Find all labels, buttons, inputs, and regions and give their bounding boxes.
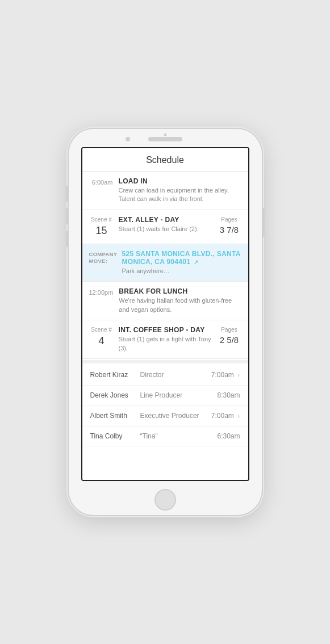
pages-label-15: Pages (221, 216, 237, 223)
title-load-in: LOAD IN (119, 177, 241, 185)
side-button-bottom (66, 231, 68, 247)
crew-name-3: Tina Colby (90, 432, 140, 440)
home-button[interactable] (154, 489, 176, 511)
side-button-mid (66, 208, 68, 224)
title-scene-15: EXT. ALLEY - DAY (119, 216, 218, 224)
crew-time-1: 8:30am (212, 391, 240, 399)
scene-col-4: Scene # 4 (89, 326, 119, 348)
crew-name-0: Robert Kiraz (90, 371, 140, 379)
scene-number-4: 4 (89, 334, 114, 348)
screen-title: Schedule (82, 148, 248, 172)
chevron-icon-2: › (237, 411, 240, 420)
pages-col-15: Pages 3 7/8 (218, 216, 241, 236)
phone-frame: Schedule 6:00am LOAD IN Crew can load in… (69, 129, 262, 515)
phone-dot (164, 133, 166, 136)
title-lunch: BREAK FOR LUNCH (119, 287, 241, 295)
desc-scene-15: Stuart (1) waits for Claire (2). (119, 225, 218, 233)
phone-screen: Schedule 6:00am LOAD IN Crew can load in… (81, 147, 249, 481)
content-company-move: 525 SANTA MONICA BLVD., SANTA MONICA, CA… (122, 250, 241, 275)
content-load-in: LOAD IN Crew can load in equipment in th… (119, 177, 241, 204)
title-company-move[interactable]: 525 SANTA MONICA BLVD., SANTA MONICA, CA… (122, 250, 241, 266)
pages-value-15: 3 7/8 (218, 224, 241, 236)
crew-role-1: Line Producer (140, 391, 212, 399)
crew-row-2[interactable]: Albert Smith Executive Producer 7:00am › (82, 405, 248, 426)
content-scene-4: INT. COFFEE SHOP - DAY Stuart (1) gets i… (119, 326, 218, 353)
crew-row-1: Derek Jones Line Producer 8:30am (82, 386, 248, 405)
schedule-row-company-move: COMPANYMOVE: 525 SANTA MONICA BLVD., SAN… (82, 244, 248, 282)
crew-role-3: “Tina” (140, 432, 212, 440)
crew-divider (82, 360, 248, 363)
schedule-list: 6:00am LOAD IN Crew can load in equipmen… (82, 172, 248, 480)
company-move-label: COMPANYMOVE: (89, 250, 122, 265)
time-lunch: 12:00pm (89, 287, 119, 297)
pages-col-4: Pages 2 5/8 (218, 326, 241, 346)
crew-time-2: 7:00am (206, 412, 234, 420)
schedule-row-scene-4: Scene # 4 INT. COFFEE SHOP - DAY Stuart … (82, 320, 248, 359)
title-scene-4: INT. COFFEE SHOP - DAY (119, 326, 218, 334)
schedule-row-scene-15: Scene # 15 EXT. ALLEY - DAY Stuart (1) w… (82, 210, 248, 244)
desc-company-move: Park anywhere… (122, 267, 241, 275)
crew-row-0[interactable]: Robert Kiraz Director 7:00am › (82, 365, 248, 386)
desc-load-in: Crew can load in equipment in the alley.… (119, 186, 241, 204)
pages-label-4: Pages (221, 327, 237, 333)
crew-time-0: 7:00am (206, 371, 234, 379)
schedule-row-lunch: 12:00pm BREAK FOR LUNCH We're having Ita… (82, 282, 248, 320)
side-button-right (262, 208, 265, 237)
schedule-row-load-in: 6:00am LOAD IN Crew can load in equipmen… (82, 172, 248, 210)
content-scene-15: EXT. ALLEY - DAY Stuart (1) waits for Cl… (119, 216, 218, 233)
crew-time-3: 6:30am (212, 432, 240, 440)
phone-camera (126, 137, 130, 141)
crew-row-3: Tina Colby “Tina” 6:30am (82, 426, 248, 446)
crew-role-2: Executive Producer (140, 412, 206, 420)
address-text: 525 SANTA MONICA BLVD., SANTA MONICA, CA… (122, 250, 240, 266)
side-button-top (66, 186, 68, 202)
time-load-in: 6:00am (89, 177, 119, 187)
crew-name-1: Derek Jones (90, 391, 140, 399)
scene-col-15: Scene # 15 (89, 216, 119, 238)
external-link-icon: ↗ (194, 259, 198, 265)
desc-scene-4: Stuart (1) gets in a fight with Tony (3)… (119, 335, 218, 353)
content-lunch: BREAK FOR LUNCH We're having Italian foo… (119, 287, 241, 314)
scene-number-15: 15 (89, 224, 114, 238)
scene-label-15: Scene # (91, 216, 112, 223)
desc-lunch: We're having Italian food with gluten-fr… (119, 296, 241, 314)
pages-value-4: 2 5/8 (218, 334, 241, 346)
phone-speaker (148, 137, 182, 141)
chevron-icon-0: › (237, 370, 240, 379)
scene-label-4: Scene # (91, 327, 112, 333)
crew-name-2: Albert Smith (90, 412, 140, 420)
crew-role-0: Director (140, 371, 206, 379)
